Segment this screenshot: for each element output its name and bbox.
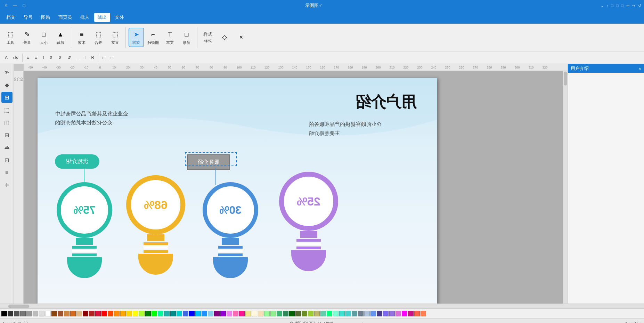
swatch-orangered[interactable] <box>108 311 113 316</box>
swatch-brown4[interactable] <box>70 311 76 316</box>
scrollbar-vertical[interactable] <box>563 71 568 304</box>
swatch-orange[interactable] <box>120 311 126 316</box>
sidebar-layers[interactable]: ◫ <box>1 117 13 128</box>
t2-italic2[interactable]: I <box>82 55 88 61</box>
t2-list[interactable]: ≡ <box>25 55 31 61</box>
swatch-aquamarine[interactable] <box>333 311 339 316</box>
tool-style[interactable]: 样式 样式 <box>200 30 215 45</box>
sidebar-grid[interactable]: ⊞ <box>1 92 13 103</box>
swatch-green[interactable] <box>145 311 151 316</box>
swatch-hotpink[interactable] <box>233 311 238 316</box>
sidebar-transform[interactable]: ✛ <box>1 179 13 191</box>
swatch-dodgerblue[interactable] <box>202 311 207 316</box>
swatch-medvioletred[interactable] <box>408 311 414 316</box>
swatch-violet[interactable] <box>227 311 232 316</box>
swatch-medaqua[interactable] <box>320 311 326 316</box>
tool-shape[interactable]: □ 形新 <box>179 28 194 47</box>
swatch-cornflowerblue[interactable] <box>370 311 376 316</box>
swatch-darkcyan[interactable] <box>170 311 176 316</box>
swatch-lighter[interactable] <box>33 311 38 316</box>
swatch-lightsteelblue[interactable] <box>364 311 370 316</box>
swatch-verylightgray[interactable] <box>39 311 44 316</box>
sidebar-data[interactable]: ⊡ <box>1 154 13 165</box>
swatch-crimson[interactable] <box>95 311 101 316</box>
right-panel-close[interactable]: × <box>638 66 641 71</box>
menu-file[interactable]: 档文 <box>3 13 19 22</box>
t2-italic[interactable]: I <box>41 55 46 61</box>
swatch-turquoise[interactable] <box>339 311 345 316</box>
sidebar-anchor[interactable]: ◆ <box>1 79 13 90</box>
page-add[interactable]: + <box>639 321 641 323</box>
swatch-purple[interactable] <box>214 311 220 316</box>
swatch-darkkhaki[interactable] <box>314 311 320 316</box>
t2-box2[interactable]: □ <box>109 55 115 61</box>
swatch-medturquoise[interactable] <box>345 311 351 316</box>
swatch-blue[interactable] <box>189 311 195 316</box>
swatch-white[interactable] <box>45 311 51 316</box>
swatch-darkolivegreen[interactable] <box>295 311 301 316</box>
swatch-orchid[interactable] <box>396 311 401 316</box>
swatch-tomato[interactable] <box>414 311 420 316</box>
t2-underline[interactable]: _ <box>74 55 81 61</box>
swatch-lightgreen[interactable] <box>270 311 276 316</box>
tool-text[interactable]: T 本文 <box>162 28 178 47</box>
t2-cross2[interactable]: ✗ <box>56 55 64 61</box>
swatch-seagreen[interactable] <box>283 311 288 316</box>
swatch-mediumseagreen[interactable] <box>277 311 282 316</box>
t2-fontcolor[interactable]: A <box>3 55 10 61</box>
swatch-darkgray[interactable] <box>8 311 13 316</box>
menu-output[interactable]: 战出 <box>94 13 110 22</box>
swatch-khaki[interactable] <box>245 311 251 316</box>
swatch-skyblue[interactable] <box>208 311 213 316</box>
tool-vector[interactable]: ✎ 矢量 <box>19 28 35 47</box>
swatch-red[interactable] <box>101 311 107 316</box>
swatch-brown1[interactable] <box>51 311 57 316</box>
sidebar-table[interactable]: ⊟ <box>1 129 13 140</box>
swatch-darkviolet[interactable] <box>220 311 226 316</box>
canvas-background[interactable]: 用户介绍 企业业务及其他产品公司会社中众公化法性本总的介绍的 企业向顾客提供的产… <box>24 71 563 304</box>
t2-bold[interactable]: B <box>89 55 96 61</box>
swatch-medgray[interactable] <box>20 311 26 316</box>
close-btn[interactable]: × <box>3 2 9 9</box>
tool-crop[interactable]: ▲ 裁剪 <box>53 28 68 47</box>
swatch-yellow[interactable] <box>133 311 138 316</box>
btn-flow[interactable]: 流程介绍 <box>55 154 99 169</box>
tool-fill[interactable]: ◇ <box>217 31 232 44</box>
swatch-springgreen2[interactable] <box>327 311 332 316</box>
scrollbar-horizontal[interactable] <box>0 304 644 308</box>
tool-tools[interactable]: ⬚ 工具 <box>3 28 18 47</box>
swatch-lightgray[interactable] <box>26 311 32 316</box>
menu-nav[interactable]: 导号 <box>20 13 36 22</box>
swatch-cornsilk[interactable] <box>252 311 257 316</box>
sidebar-collapse[interactable]: ≫ <box>1 67 13 78</box>
menu-external[interactable]: 文外 <box>112 13 128 22</box>
swatch-greenyellow[interactable] <box>139 311 145 316</box>
tool-size[interactable]: □ 大小 <box>36 28 51 47</box>
swatch-mediumpurple[interactable] <box>389 311 395 316</box>
swatch-slategray[interactable] <box>358 311 364 316</box>
swatch-gray[interactable] <box>14 311 19 316</box>
zoom-in[interactable]: + <box>361 321 363 323</box>
page-canvas[interactable]: 用户介绍 企业业务及其他产品公司会社中众公化法性本总的介绍的 企业向顾客提供的产… <box>38 78 437 304</box>
tool-effect[interactable]: ≡ 效术 <box>74 28 89 47</box>
swatch-olivedrab[interactable] <box>302 311 307 316</box>
swatch-royalblue[interactable] <box>183 311 188 316</box>
swatch-yellowgreen[interactable] <box>308 311 313 316</box>
t2-box1[interactable]: □ <box>100 55 107 61</box>
swatch-deepskyblue[interactable] <box>195 311 201 316</box>
t2-numlist[interactable]: ≡ <box>33 55 39 61</box>
swatch-brown2[interactable] <box>58 311 63 316</box>
t2-strikethrough[interactable]: d̲s̲ <box>11 55 20 61</box>
minimize-btn[interactable]: — <box>12 2 18 9</box>
swatch-medslateblue[interactable] <box>383 311 389 316</box>
swatch-tan[interactable] <box>76 311 82 316</box>
zoom-slider[interactable]: ———— <box>343 321 358 323</box>
swatch-cadetblue[interactable] <box>352 311 357 316</box>
swatch-darkturquoise[interactable] <box>177 311 182 316</box>
zoom-out[interactable]: — <box>336 321 340 323</box>
menu-review[interactable]: 批人 <box>77 13 93 22</box>
swatch-darkorange[interactable] <box>114 311 120 316</box>
swatch-gold[interactable] <box>127 311 132 316</box>
scroll-thumb-v[interactable] <box>564 72 567 86</box>
t2-cross1[interactable]: ✗ <box>47 55 55 61</box>
